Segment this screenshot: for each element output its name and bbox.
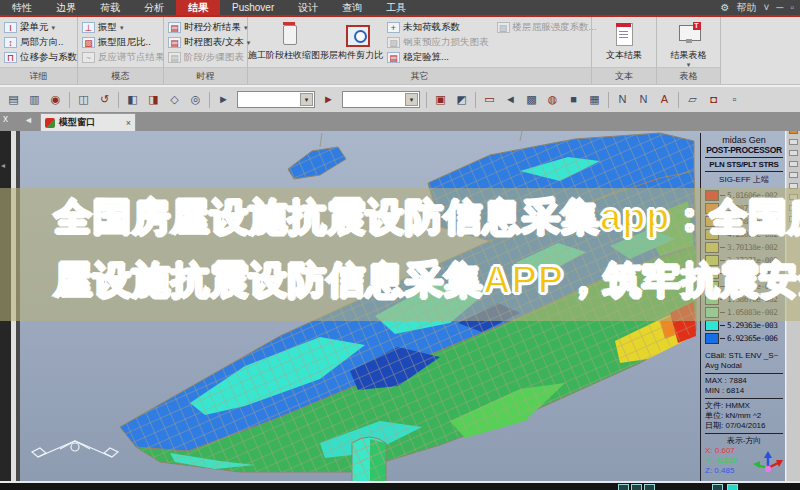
- legend-result-type: PLN STS/PLT STRS: [705, 160, 783, 169]
- pick-pointer-icon[interactable]: ►: [319, 90, 338, 109]
- status-mini-button[interactable]: [644, 484, 655, 490]
- select-window-icon[interactable]: ◧: [123, 90, 142, 109]
- stability-check-button[interactable]: ▤ 稳定验算...: [387, 50, 489, 65]
- ribbon-tab-properties[interactable]: 特性: [0, 0, 44, 15]
- restore-button[interactable]: ▫: [790, 0, 794, 15]
- toolbar-separator: [426, 92, 427, 108]
- modal-damping-button[interactable]: ▨ 振型阻尼比..: [82, 35, 159, 50]
- legend-value: 5.29363e-003: [727, 321, 777, 330]
- local-direction-button[interactable]: ↕ 局部方向..: [4, 35, 73, 50]
- th-result-button[interactable]: ▤ 时程分析结果: [168, 20, 243, 35]
- legend-view-z: Z: 0.485: [705, 466, 737, 476]
- ribbon-tab-query[interactable]: 查询: [330, 0, 374, 15]
- ribbon-tab-boundary[interactable]: 边界: [44, 0, 88, 15]
- th-graph-text-button[interactable]: ▤ 时程图表/文本: [168, 35, 243, 50]
- node-number-icon[interactable]: N: [613, 90, 632, 109]
- ribbon-tab-load[interactable]: 荷载: [88, 0, 132, 15]
- help-button[interactable]: 帮助: [737, 0, 757, 15]
- settings-icon[interactable]: ⚙: [721, 0, 730, 15]
- result-table-button[interactable]: T 结果表格 ▾: [657, 17, 720, 68]
- boxed-view-icon[interactable]: ▫: [725, 90, 744, 109]
- legend-unit: 单位: kN/mm ^2: [705, 411, 783, 421]
- stage-column-shortening-button[interactable]: 施工阶段柱收缩图形: [248, 17, 329, 68]
- modal-damping-label: 振型阻尼比..: [98, 36, 151, 49]
- select-filter-combo[interactable]: [237, 91, 315, 108]
- activate-icon[interactable]: ▣: [431, 90, 450, 109]
- legend-max-value: MAX : 7884: [705, 376, 783, 386]
- text-result-icon: [611, 21, 637, 47]
- model-window-tab[interactable]: 模型窗口 ×: [40, 113, 136, 131]
- dynamic-view-icon[interactable]: ▤: [4, 90, 23, 109]
- model-window-close-icon[interactable]: ×: [126, 118, 131, 128]
- th-graph-text-icon: ▤: [168, 37, 181, 48]
- element-number-icon[interactable]: N: [634, 90, 653, 109]
- stage-step-graph-label: 阶段/步骤图表: [184, 51, 244, 64]
- copy-view-icon[interactable]: ▱: [683, 90, 702, 109]
- stage-column-shortening-label: 施工阶段柱收缩图形: [248, 49, 329, 62]
- legend-tick: [720, 325, 725, 326]
- document-tab-bar: x ◄ 模型窗口 ×: [0, 112, 800, 131]
- axis-triad-icon: [749, 450, 783, 482]
- redraw-icon[interactable]: ↺: [95, 90, 114, 109]
- deactivate-icon[interactable]: ◩: [452, 90, 471, 109]
- ribbon-tab-tools[interactable]: 工具: [374, 0, 418, 15]
- th-result-label: 时程分析结果: [184, 21, 241, 34]
- hidden-view-icon[interactable]: ▩: [522, 90, 541, 109]
- ribbon-tab-results[interactable]: 结果: [176, 0, 220, 15]
- status-mini-button[interactable]: [631, 484, 642, 490]
- story-shear-ratio-button[interactable]: 层构件剪力比: [329, 17, 383, 68]
- legend-tick: [720, 338, 725, 339]
- result-table-icon: T: [676, 21, 702, 47]
- displacement-factor-button[interactable]: Π 位移参与系数: [4, 50, 73, 65]
- unknown-load-factor-icon: +: [387, 22, 400, 33]
- panel-close-icon[interactable]: x: [3, 113, 8, 124]
- ribbon-group-table: T 结果表格 ▾ 表格: [657, 17, 721, 84]
- unselect-window-icon[interactable]: ◨: [144, 90, 163, 109]
- beam-element-button[interactable]: I 梁单元: [4, 20, 73, 35]
- group-label-detail: 详细: [0, 67, 77, 84]
- label-option-icon[interactable]: A: [655, 90, 674, 109]
- display-option-icon[interactable]: ▦: [585, 90, 604, 109]
- status-mini-button[interactable]: [727, 484, 738, 490]
- rs-node-result-button[interactable]: ~ 反应谱节点结果: [82, 50, 159, 65]
- ribbon-filler: [721, 17, 800, 84]
- ucs-triad-icon: [32, 441, 118, 457]
- mode-shape-button[interactable]: ⊥ 振型: [82, 20, 159, 35]
- wireframe-icon[interactable]: ◄: [501, 90, 520, 109]
- ribbon-group-mode: ⊥ 振型 ▨ 振型阻尼比.. ~ 反应谱节点结果 模态: [78, 17, 164, 84]
- render-view-icon[interactable]: ■: [564, 90, 583, 109]
- status-mini-button[interactable]: [618, 484, 629, 490]
- select-intersect-icon[interactable]: ◎: [186, 90, 205, 109]
- capture-view-icon[interactable]: ▥: [25, 90, 44, 109]
- ribbon-tab-design[interactable]: 设计: [286, 0, 330, 15]
- select-pointer-icon[interactable]: ►: [214, 90, 233, 109]
- overlay-title-line1: 全国房屋设施抗震设防信息采集app：全国房: [54, 192, 794, 243]
- plane-select-combo[interactable]: [342, 91, 420, 108]
- select-polygon-icon[interactable]: ◇: [165, 90, 184, 109]
- story-shear-ratio-label: 层构件剪力比: [329, 49, 383, 62]
- tab-scroll-left-icon[interactable]: ◄: [24, 115, 33, 125]
- legend-avg-option: Avg Nodal: [705, 361, 783, 371]
- text-result-button[interactable]: 文本结果: [592, 17, 656, 68]
- legend-component: SIG-EFF 上端: [705, 174, 783, 185]
- ribbon-tab-pushover[interactable]: Pushover: [220, 0, 286, 15]
- tendon-loss-graph-button[interactable]: ▨ 钢束预应力损失图表: [387, 35, 489, 50]
- zoom-window-icon[interactable]: ▭: [480, 90, 499, 109]
- legend-min-value: MIN : 6814: [705, 386, 783, 396]
- previous-view-icon[interactable]: ◫: [74, 90, 93, 109]
- chevron-down-icon[interactable]: ˅: [764, 0, 770, 15]
- dock-collapse-icon[interactable]: ◂: [1, 161, 5, 170]
- story-yield-strength-label: 楼层屈服强度系数...: [513, 21, 597, 34]
- shrink-element-icon[interactable]: ◍: [543, 90, 562, 109]
- lock-model-icon[interactable]: ◘: [704, 90, 723, 109]
- stability-check-icon: ▤: [387, 52, 400, 63]
- stage-step-graph-button[interactable]: ▤ 阶段/步骤图表: [168, 50, 243, 65]
- unknown-load-factor-button[interactable]: + 未知荷载系数: [387, 20, 489, 35]
- minimize-button[interactable]: ─: [776, 0, 783, 15]
- model-window-tab-label: 模型窗口: [59, 116, 95, 129]
- status-mini-button[interactable]: [712, 484, 723, 490]
- ribbon: I 梁单元 ↕ 局部方向.. Π 位移参与系数 详细 ⊥ 振型 ▨ 振型阻尼比.…: [0, 17, 800, 85]
- rotate-view-icon[interactable]: ◉: [46, 90, 65, 109]
- ribbon-tab-analysis[interactable]: 分析: [132, 0, 176, 15]
- story-yield-strength-button[interactable]: ▧ 楼层屈服强度系数...: [497, 20, 597, 35]
